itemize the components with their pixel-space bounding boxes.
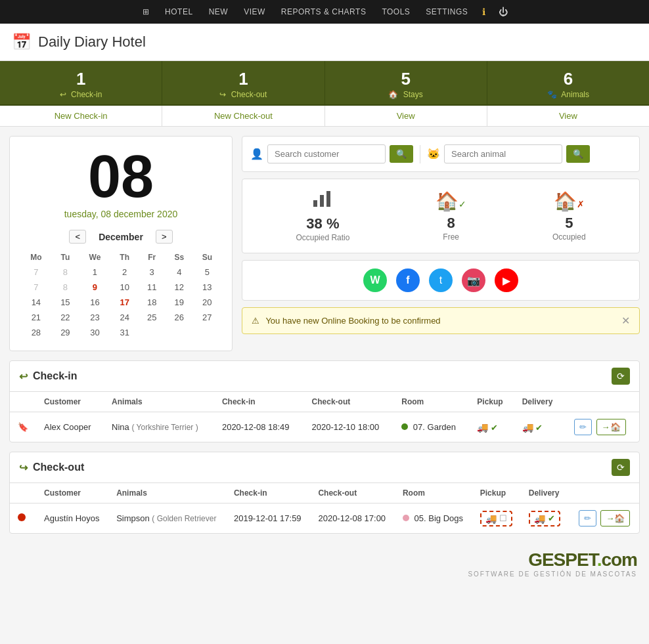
- cal-day[interactable]: 3: [139, 265, 166, 280]
- cal-day[interactable]: 25: [139, 310, 166, 325]
- next-month-button[interactable]: >: [156, 230, 173, 244]
- cal-day[interactable]: 27: [193, 310, 221, 325]
- cal-day[interactable]: 29: [52, 325, 79, 340]
- nav-tools[interactable]: TOOLS: [374, 0, 418, 24]
- col-delivery: Delivery: [514, 392, 564, 412]
- youtube-icon[interactable]: ▶: [495, 268, 518, 292]
- alert-icon: ⚠: [252, 316, 259, 326]
- row-pickup: 🚚 ✔: [469, 412, 514, 442]
- checkin-action-button[interactable]: →🏠: [596, 419, 626, 435]
- col-animals: Animals: [104, 392, 214, 412]
- cal-day[interactable]: 24: [111, 310, 139, 325]
- checkin-refresh-button[interactable]: ⟳: [612, 368, 630, 385]
- col-bookmark: [10, 392, 36, 412]
- booking-alert: ⚠ You have new Online Booking to be conf…: [242, 307, 640, 334]
- cal-day[interactable]: 13: [193, 280, 221, 295]
- cal-day[interactable]: 20: [193, 295, 221, 310]
- brand-footer: GESPET.com SOFTWARE DE GESTIÓN DE MASCOT…: [0, 543, 649, 582]
- cal-day[interactable]: 7: [20, 280, 52, 295]
- cal-day[interactable]: 22: [52, 310, 79, 325]
- cal-day[interactable]: 5: [193, 265, 221, 280]
- page-header: 📅 Daily Diary Hotel: [0, 24, 649, 61]
- svg-rect-1: [320, 195, 324, 207]
- row-bookmark[interactable]: 🔖: [10, 412, 36, 442]
- facebook-icon[interactable]: f: [396, 268, 420, 292]
- cal-day[interactable]: 11: [139, 280, 166, 295]
- cal-day[interactable]: 12: [166, 280, 193, 295]
- cal-header-fr: Fr: [139, 250, 166, 265]
- search-divider: [420, 145, 420, 163]
- pickup-truck-icon: 🚚: [477, 422, 488, 433]
- nav-reports[interactable]: REPORTS & CHARTS: [273, 0, 374, 24]
- nav-hotel[interactable]: HOTEL: [157, 0, 201, 24]
- search-customer-button[interactable]: 🔍: [390, 145, 413, 163]
- calendar-grid: Mo Tu We Th Fr Ss Su 7 8 1 2 3 4 5: [20, 250, 221, 340]
- person-icon: 👤: [250, 148, 263, 160]
- row-customer: Agustín Hoyos: [36, 504, 108, 534]
- row-actions: ✏ →🏠: [569, 504, 639, 534]
- cal-day[interactable]: 23: [79, 310, 111, 325]
- social-bar: W f t 📷 ▶: [242, 260, 640, 301]
- nav-new[interactable]: NEW: [201, 0, 236, 24]
- cal-day[interactable]: 4: [166, 265, 193, 280]
- cal-day[interactable]: 8: [52, 265, 79, 280]
- cal-header-tu: Tu: [52, 250, 79, 265]
- edit-button[interactable]: ✏: [579, 510, 596, 526]
- cal-day[interactable]: 17: [111, 295, 139, 310]
- twitter-icon[interactable]: t: [429, 268, 453, 292]
- cal-header-mo: Mo: [20, 250, 52, 265]
- cal-day[interactable]: 31: [111, 325, 139, 340]
- cal-day-today[interactable]: 9: [79, 280, 111, 295]
- row-checkin-time: 2020-12-08 18:49: [214, 412, 304, 442]
- cal-day[interactable]: 2: [111, 265, 139, 280]
- col-checkout: Check-out: [304, 392, 394, 412]
- row-checkin-time: 2019-12-01 17:59: [226, 504, 311, 534]
- edit-button[interactable]: ✏: [574, 419, 592, 435]
- checkout-action-button[interactable]: →🏠: [600, 510, 630, 526]
- search-animal-input[interactable]: [444, 144, 562, 163]
- row-checkout-time: 2020-12-10 18:00: [304, 412, 394, 442]
- row-animal: Simpson ( Golden Retriever: [108, 504, 226, 534]
- power-icon[interactable]: ⏻: [492, 0, 514, 24]
- search-animal-button[interactable]: 🔍: [566, 145, 590, 163]
- row-customer: Alex Cooper: [36, 412, 104, 442]
- cal-day[interactable]: 14: [20, 295, 52, 310]
- cal-day[interactable]: 30: [79, 325, 111, 340]
- cal-day[interactable]: 8: [52, 280, 79, 295]
- checkout-refresh-button[interactable]: ⟳: [612, 459, 630, 476]
- close-alert-button[interactable]: ✕: [621, 314, 630, 327]
- subnav-view-animals[interactable]: View: [487, 106, 649, 126]
- nav-grid[interactable]: ⊞: [135, 0, 158, 24]
- instagram-icon[interactable]: 📷: [462, 268, 485, 292]
- cal-day[interactable]: 15: [52, 295, 79, 310]
- search-bar: 👤 🔍 🐱 🔍: [242, 136, 640, 172]
- subnav-new-checkout[interactable]: New Check-out: [162, 106, 324, 126]
- cal-day[interactable]: 19: [166, 295, 193, 310]
- animal-search-group: 🐱 🔍: [427, 144, 590, 163]
- cal-day[interactable]: 16: [79, 295, 111, 310]
- col-checkout: Check-out: [310, 483, 395, 504]
- calendar-panel: 08 tuesday, 08 december 2020 < December …: [9, 136, 233, 351]
- row-checkout-time: 2020-12-08 17:00: [310, 504, 395, 534]
- cal-day[interactable]: 28: [20, 325, 52, 340]
- checkin-title: ↩ Check-in: [19, 370, 78, 383]
- cal-day[interactable]: 26: [166, 310, 193, 325]
- prev-month-button[interactable]: <: [69, 230, 86, 244]
- occupied-house-icon: 🏠✗: [552, 190, 586, 212]
- cal-day[interactable]: 18: [139, 295, 166, 310]
- info-icon[interactable]: ℹ: [476, 0, 492, 24]
- nav-settings[interactable]: SETTINGS: [418, 0, 476, 24]
- checkout-icon: ↪: [219, 90, 226, 99]
- cal-day[interactable]: 7: [20, 265, 52, 280]
- search-customer-input[interactable]: [267, 144, 386, 163]
- cal-day[interactable]: 1: [79, 265, 111, 280]
- free-box: 🏠✓ 8 Free: [436, 190, 466, 242]
- col-customer: Customer: [36, 392, 104, 412]
- cal-day[interactable]: 10: [111, 280, 139, 295]
- cal-day[interactable]: 21: [20, 310, 52, 325]
- delivery-check-icon: ✔: [535, 423, 543, 433]
- nav-view[interactable]: VIEW: [236, 0, 273, 24]
- subnav-view-stays[interactable]: View: [325, 106, 487, 126]
- whatsapp-icon[interactable]: W: [363, 268, 387, 292]
- subnav-new-checkin[interactable]: New Check-in: [0, 106, 162, 126]
